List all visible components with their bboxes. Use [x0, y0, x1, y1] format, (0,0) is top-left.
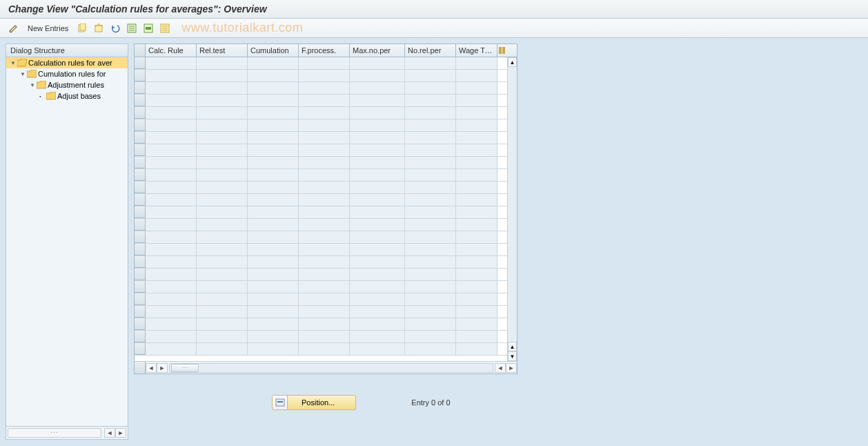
table-row[interactable] — [135, 70, 507, 82]
cell[interactable] — [248, 82, 299, 94]
cell[interactable] — [456, 182, 497, 193]
cell[interactable] — [456, 281, 497, 293]
column-header[interactable]: Calc. Rule — [146, 44, 197, 57]
cell[interactable] — [405, 95, 456, 106]
cell[interactable] — [299, 306, 350, 318]
cell[interactable] — [456, 206, 497, 218]
cell[interactable] — [350, 169, 405, 181]
cell[interactable] — [197, 157, 248, 168]
table-row[interactable] — [135, 132, 507, 144]
delete-icon[interactable] — [92, 21, 106, 35]
cell[interactable] — [350, 119, 405, 131]
row-selector[interactable] — [135, 107, 146, 119]
select-all-icon[interactable] — [125, 21, 139, 35]
cell[interactable] — [299, 206, 350, 218]
cell[interactable] — [197, 107, 248, 119]
configure-columns-icon[interactable] — [497, 44, 507, 57]
table-row[interactable] — [135, 219, 507, 231]
row-selector[interactable] — [135, 343, 146, 355]
cell[interactable] — [146, 231, 197, 243]
table-row[interactable] — [135, 144, 507, 157]
new-entries-button[interactable]: New Entries — [23, 23, 72, 34]
cell[interactable] — [405, 343, 456, 355]
cell[interactable] — [299, 244, 350, 255]
cell[interactable] — [197, 119, 248, 131]
cell[interactable] — [197, 70, 248, 81]
cell[interactable] — [456, 57, 497, 69]
cell[interactable] — [248, 256, 299, 268]
cell[interactable] — [299, 194, 350, 206]
cell[interactable] — [405, 82, 456, 94]
row-selector[interactable] — [135, 256, 146, 268]
table-row[interactable] — [135, 95, 507, 107]
table-row[interactable] — [135, 169, 507, 182]
table-row[interactable] — [135, 244, 507, 256]
cell[interactable] — [248, 70, 299, 81]
cell[interactable] — [405, 144, 456, 156]
cell[interactable] — [350, 82, 405, 94]
cell[interactable] — [197, 144, 248, 156]
cell[interactable] — [248, 293, 299, 305]
cell[interactable] — [299, 182, 350, 193]
cell[interactable] — [146, 306, 197, 318]
cell[interactable] — [299, 343, 350, 355]
cell[interactable] — [456, 144, 497, 156]
cell[interactable] — [405, 194, 456, 206]
scroll-up-button[interactable]: ▲ — [508, 57, 517, 67]
cell[interactable] — [299, 269, 350, 280]
cell[interactable] — [197, 169, 248, 181]
tree-item-cumulation[interactable]: ▼ Cumulation rules for — [6, 68, 128, 79]
cell[interactable] — [350, 343, 405, 355]
cell[interactable] — [248, 144, 299, 156]
vertical-scrollbar[interactable]: ▲ ▲ ▼ — [507, 57, 517, 361]
cell[interactable] — [197, 231, 248, 243]
cell[interactable] — [405, 70, 456, 81]
cell[interactable] — [197, 244, 248, 255]
hscroll-thumb[interactable]: ⋯ — [8, 428, 101, 438]
row-selector[interactable] — [135, 269, 146, 280]
cell[interactable] — [350, 107, 405, 119]
cell[interactable] — [405, 231, 456, 243]
row-selector[interactable] — [135, 219, 146, 231]
cell[interactable] — [350, 331, 405, 342]
cell[interactable] — [146, 194, 197, 206]
cell[interactable] — [146, 95, 197, 106]
cell[interactable] — [350, 57, 405, 69]
cell[interactable] — [350, 95, 405, 106]
cell[interactable] — [456, 269, 497, 280]
cell[interactable] — [350, 194, 405, 206]
cell[interactable] — [197, 331, 248, 342]
cell[interactable] — [197, 281, 248, 293]
cell[interactable] — [146, 144, 197, 156]
table-row[interactable] — [135, 343, 507, 356]
table-row[interactable] — [135, 269, 507, 281]
hscroll-track[interactable]: ⋯ — [169, 363, 493, 373]
cell[interactable] — [456, 244, 497, 255]
cell[interactable] — [405, 256, 456, 268]
hscroll-thumb[interactable]: ⋯ — [171, 364, 199, 372]
cell[interactable] — [146, 157, 197, 168]
cell[interactable] — [405, 182, 456, 193]
row-selector[interactable] — [135, 95, 146, 106]
cell[interactable] — [350, 244, 405, 255]
cell[interactable] — [405, 206, 456, 218]
cell[interactable] — [146, 182, 197, 193]
cell[interactable] — [350, 269, 405, 280]
cell[interactable] — [146, 269, 197, 280]
cell[interactable] — [456, 169, 497, 181]
cell[interactable] — [350, 157, 405, 168]
cell[interactable] — [299, 219, 350, 231]
row-selector[interactable] — [135, 281, 146, 293]
cell[interactable] — [248, 343, 299, 355]
cell[interactable] — [197, 206, 248, 218]
cell[interactable] — [456, 119, 497, 131]
cell[interactable] — [146, 281, 197, 293]
cell[interactable] — [146, 82, 197, 94]
cell[interactable] — [146, 57, 197, 69]
cell[interactable] — [197, 318, 248, 330]
cell[interactable] — [197, 256, 248, 268]
row-selector[interactable] — [135, 144, 146, 156]
tree-item-adjustment[interactable]: ▼ Adjustment rules — [6, 79, 128, 90]
cell[interactable] — [248, 194, 299, 206]
column-header[interactable]: Cumulation — [248, 44, 299, 57]
